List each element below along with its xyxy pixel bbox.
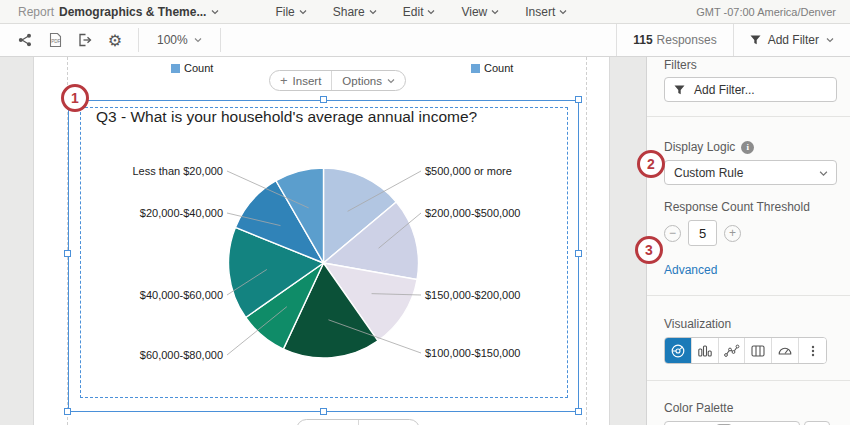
divider — [647, 116, 850, 117]
resize-handle-bottom-center[interactable] — [320, 408, 327, 415]
chevron-down-icon[interactable] — [211, 8, 219, 16]
plus-button[interactable]: + — [724, 225, 741, 242]
legend-swatch — [471, 64, 480, 73]
zoom-dropdown[interactable]: 100% — [139, 24, 220, 56]
page-guide-right — [586, 57, 587, 425]
display-logic-select[interactable]: Custom Rule — [664, 160, 837, 185]
chart-title: Q3 - What is your household's average an… — [96, 108, 477, 126]
settings-sidebar: Filters Add Filter... Display Logic i Cu… — [646, 57, 850, 425]
annotation-circle-2: 2 — [637, 150, 665, 178]
toolbar: PDF ⚙ 100% 115 Responses Add Filter — [0, 24, 850, 57]
visualization-label: Visualization — [664, 317, 837, 331]
divider — [647, 295, 850, 296]
filter-funnel-icon — [750, 35, 761, 45]
viz-data-table-button[interactable] — [745, 338, 772, 363]
chevron-down-icon — [491, 8, 499, 16]
report-label: Report — [18, 5, 54, 19]
legend-item: Count — [171, 62, 213, 74]
color-palette-label: Color Palette — [664, 401, 837, 415]
info-icon[interactable]: i — [741, 141, 754, 154]
resize-handle-top-center[interactable] — [320, 96, 327, 103]
responses-count-button[interactable]: 115 Responses — [616, 24, 733, 56]
divider — [647, 380, 850, 381]
resize-handle-bottom-left[interactable] — [64, 408, 71, 415]
chevron-down-icon — [559, 8, 567, 16]
insert-button[interactable]: +Insert — [297, 420, 358, 425]
responses-label: Responses — [657, 33, 717, 47]
viz-pie-chart-button[interactable] — [665, 338, 692, 363]
visualization-options — [664, 337, 827, 364]
menu-share[interactable]: Share — [333, 5, 377, 19]
chevron-down-icon — [826, 36, 834, 44]
legend-label: Count — [184, 62, 213, 74]
filters-section-label: Filters — [664, 58, 837, 72]
display-logic-value: Custom Rule — [674, 166, 743, 180]
timezone-label: GMT -07:00 America/Denver — [696, 6, 836, 18]
display-logic-label: Display Logic — [664, 140, 735, 154]
report-canvas: Count Count +Insert Options Q3 - What is… — [0, 57, 850, 425]
chevron-down-icon — [194, 36, 202, 44]
report-title[interactable]: Demographics & Theme... — [59, 5, 206, 19]
legend-swatch — [171, 64, 180, 73]
chevron-down-icon — [369, 8, 377, 16]
pie-slice-label: $200,000-$500,000 — [425, 207, 520, 219]
pie-slice-label: Less than $20,000 — [132, 165, 223, 177]
insert-button[interactable]: +Insert — [270, 71, 331, 90]
menu-file[interactable]: File — [275, 5, 306, 19]
resize-handle-bottom-right[interactable] — [575, 408, 582, 415]
pie-slice-label: $20,000-$40,000 — [140, 207, 223, 219]
add-filter-text: Add Filter... — [694, 83, 755, 97]
page-guide-left — [67, 57, 68, 425]
settings-gear-icon[interactable]: ⚙ — [106, 31, 124, 49]
pie-slice-label: $150,000-$200,000 — [425, 289, 520, 301]
annotation-circle-3: 3 — [635, 236, 663, 264]
viz-gauge-chart-button[interactable] — [772, 338, 799, 363]
menu-view[interactable]: View — [461, 5, 499, 19]
viz-bar-chart-button[interactable] — [692, 338, 719, 363]
resize-handle-left[interactable] — [64, 250, 71, 257]
options-button[interactable]: Options — [331, 71, 405, 90]
pie-slice-label: $100,000-$150,000 — [425, 347, 520, 359]
report-page: Count Count +Insert Options Q3 - What is… — [33, 57, 610, 425]
pie-slice-label: $60,000-$80,000 — [140, 349, 223, 361]
insert-options-pill: +Insert Options — [269, 70, 406, 91]
viz-line-chart-button[interactable] — [719, 338, 746, 363]
display-logic-label-row: Display Logic i — [664, 140, 837, 154]
threshold-input[interactable] — [688, 220, 717, 246]
plus-icon: + — [280, 73, 288, 88]
palette-swatches — [664, 421, 800, 425]
options-button[interactable]: Options — [358, 420, 419, 425]
export-icon[interactable] — [76, 31, 94, 49]
pie-slice-label: $500,000 or more — [425, 165, 512, 177]
annotation-circle-1: 1 — [61, 84, 89, 112]
viz-more-options-button[interactable] — [799, 338, 826, 363]
resize-handle-right[interactable] — [575, 250, 582, 257]
toolbar-separator — [220, 28, 221, 52]
responses-count: 115 — [633, 33, 652, 47]
legend-label: Count — [484, 62, 513, 74]
pdf-export-icon[interactable]: PDF — [46, 31, 64, 49]
palette-dropdown-button[interactable] — [804, 421, 830, 425]
chevron-down-icon — [427, 8, 435, 16]
insert-options-pill-bottom: +Insert Options — [296, 419, 420, 425]
minus-button[interactable]: − — [664, 225, 681, 242]
add-filter-button[interactable]: Add Filter — [734, 24, 850, 56]
threshold-label: Response Count Threshold — [664, 200, 837, 214]
menu-edit[interactable]: Edit — [403, 5, 436, 19]
threshold-stepper: − + — [664, 220, 837, 246]
resize-handle-top-right[interactable] — [575, 96, 582, 103]
zoom-level: 100% — [157, 33, 188, 47]
chevron-down-icon — [299, 8, 307, 16]
svg-text:PDF: PDF — [51, 39, 60, 44]
chevron-down-icon — [387, 77, 395, 85]
advanced-link[interactable]: Advanced — [664, 263, 837, 277]
add-filter-box[interactable]: Add Filter... — [664, 77, 837, 102]
share-icon[interactable] — [16, 31, 34, 49]
chevron-down-icon — [819, 169, 827, 177]
menubar: Report Demographics & Theme... File Shar… — [0, 0, 850, 24]
pie-slice-label: $40,000-$60,000 — [140, 289, 223, 301]
filter-funnel-icon — [674, 85, 685, 95]
legend-item: Count — [471, 62, 513, 74]
menu-insert[interactable]: Insert — [525, 5, 567, 19]
